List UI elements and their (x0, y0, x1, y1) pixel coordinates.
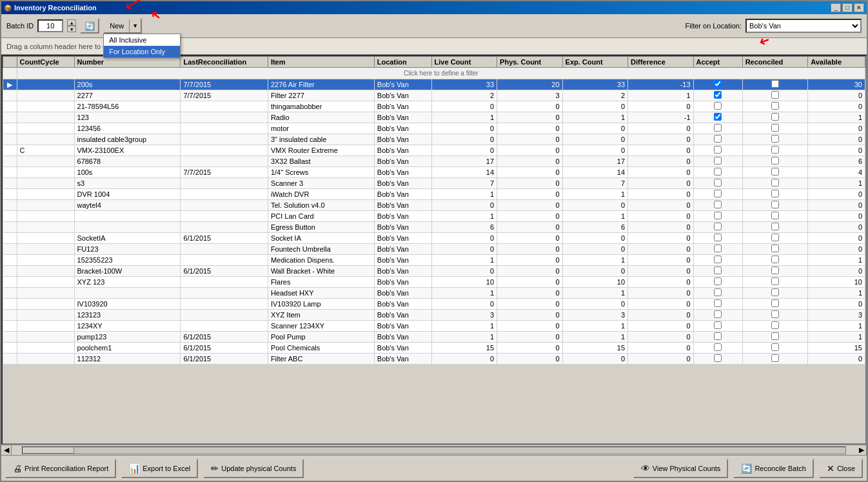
reconciled-checkbox[interactable] (771, 157, 779, 165)
accept-checkbox[interactable] (714, 190, 722, 197)
reconciled-cell[interactable] (742, 79, 807, 90)
reconciled-checkbox[interactable] (771, 277, 779, 285)
accept-cell[interactable] (693, 200, 742, 211)
reconciled-cell[interactable] (742, 255, 807, 266)
scroll-thumb[interactable] (23, 447, 74, 454)
reconciled-checkbox[interactable] (771, 102, 779, 110)
col-header-countcycle[interactable]: CountCycle (17, 57, 74, 68)
scroll-track[interactable] (22, 447, 846, 454)
table-row[interactable]: 1123126/1/2015Filter ABCBob's Van00000 (3, 354, 865, 365)
view-counts-button[interactable]: 👁 View Physical Counts (633, 459, 729, 478)
table-row[interactable]: insulated cable3group3" insulated cableB… (3, 134, 865, 145)
reconciled-cell[interactable] (742, 222, 807, 233)
accept-cell[interactable] (693, 123, 742, 134)
col-header-number[interactable]: Number (74, 57, 181, 68)
table-row[interactable]: 22777/7/2015Filter 2277Bob's Van23210 (3, 90, 865, 101)
accept-checkbox[interactable] (714, 146, 722, 154)
accept-checkbox[interactable] (714, 223, 722, 230)
accept-cell[interactable] (693, 222, 742, 233)
reconciled-checkbox[interactable] (771, 321, 779, 329)
reconciled-cell[interactable] (742, 288, 807, 299)
accept-cell[interactable] (693, 167, 742, 178)
accept-checkbox[interactable] (714, 124, 722, 132)
reconciled-checkbox[interactable] (771, 223, 779, 230)
reconciled-cell[interactable] (742, 211, 807, 222)
table-row[interactable]: pump1236/1/2015Pool PumpBob's Van10101 (3, 332, 865, 343)
table-row[interactable]: 123123XYZ ItemBob's Van30303 (3, 310, 865, 321)
table-row[interactable]: waytel4Tel. Solution v4.0Bob's Van00000 (3, 200, 865, 211)
reconciled-cell[interactable] (742, 244, 807, 255)
maximize-button[interactable]: □ (842, 3, 853, 12)
reconciled-checkbox[interactable] (771, 299, 779, 307)
table-row[interactable]: PCI Lan CardBob's Van10100 (3, 211, 865, 222)
accept-cell[interactable] (693, 266, 742, 277)
accept-checkbox[interactable] (714, 299, 722, 307)
accept-cell[interactable] (693, 244, 742, 255)
reconciled-checkbox[interactable] (771, 124, 779, 132)
reconciled-cell[interactable] (742, 310, 807, 321)
accept-cell[interactable] (693, 310, 742, 321)
table-row[interactable]: FU123Fountech UmbrellaBob's Van00000 (3, 244, 865, 255)
reconciled-checkbox[interactable] (771, 135, 779, 143)
reconciled-checkbox[interactable] (771, 310, 779, 318)
reconciled-cell[interactable] (742, 299, 807, 310)
table-row[interactable]: CVMX-23100EXVMX Router ExtremeBob's Van0… (3, 145, 865, 156)
batch-id-input[interactable] (37, 19, 63, 32)
update-counts-button[interactable]: ✏ Update physical Counts (203, 459, 304, 478)
data-grid[interactable]: CountCycle Number LastReconciliation Ite… (1, 55, 867, 445)
accept-checkbox[interactable] (714, 212, 722, 219)
reconciled-checkbox[interactable] (771, 245, 779, 252)
close-button[interactable]: ✕ Close (819, 459, 863, 478)
accept-checkbox[interactable] (714, 157, 722, 165)
accept-checkbox[interactable] (714, 168, 722, 176)
reconciled-cell[interactable] (742, 321, 807, 332)
table-row[interactable]: 123RadioBob's Van101-11 (3, 112, 865, 123)
table-row[interactable]: s3Scanner 3Bob's Van70701 (3, 178, 865, 189)
dropdown-for-location-only[interactable]: For Location Only (104, 46, 180, 57)
accept-cell[interactable] (693, 178, 742, 189)
reconciled-cell[interactable] (742, 112, 807, 123)
new-dropdown-arrow[interactable]: ▼ (130, 19, 141, 32)
reconciled-cell[interactable] (742, 156, 807, 167)
table-row[interactable]: Egress ButtonBob's Van60600 (3, 222, 865, 233)
accept-checkbox[interactable] (714, 80, 722, 88)
reconciled-checkbox[interactable] (771, 256, 779, 263)
reconciled-checkbox[interactable] (771, 113, 779, 121)
accept-cell[interactable] (693, 332, 742, 343)
accept-cell[interactable] (693, 134, 742, 145)
col-header-reconciled[interactable]: Reconciled (742, 57, 807, 68)
print-reconciliation-button[interactable]: 🖨 Print Reconciliation Report (5, 459, 116, 478)
reconciled-checkbox[interactable] (771, 168, 779, 176)
reconciled-checkbox[interactable] (771, 146, 779, 154)
table-row[interactable]: Bracket-100W6/1/2015Wall Bracket - White… (3, 266, 865, 277)
refresh-button[interactable]: 🔄 (80, 18, 99, 34)
accept-cell[interactable] (693, 156, 742, 167)
reconciled-cell[interactable] (742, 343, 807, 354)
reconciled-checkbox[interactable] (771, 332, 779, 340)
accept-cell[interactable] (693, 321, 742, 332)
spin-up-button[interactable]: ▲ (67, 19, 76, 26)
accept-checkbox[interactable] (714, 288, 722, 296)
new-main-button[interactable]: New (104, 19, 130, 32)
reconciled-cell[interactable] (742, 233, 807, 244)
reconciled-cell[interactable] (742, 145, 807, 156)
spin-down-button[interactable]: ▼ (67, 26, 76, 32)
col-header-physcount[interactable]: Phys. Count (497, 57, 562, 68)
col-header-expcount[interactable]: Exp. Count (562, 57, 627, 68)
table-row[interactable]: 100s7/7/20151/4" ScrewsBob's Van1401404 (3, 167, 865, 178)
scroll-right-button[interactable]: ▶ (856, 445, 867, 456)
reconciled-cell[interactable] (742, 178, 807, 189)
reconciled-checkbox[interactable] (771, 91, 779, 99)
accept-checkbox[interactable] (714, 102, 722, 110)
accept-cell[interactable] (693, 255, 742, 266)
accept-checkbox[interactable] (714, 343, 722, 351)
reconciled-checkbox[interactable] (771, 234, 779, 241)
accept-checkbox[interactable] (714, 332, 722, 340)
accept-checkbox[interactable] (714, 245, 722, 252)
table-row[interactable]: 21-78594L56thingamabobberBob's Van00000 (3, 101, 865, 112)
accept-cell[interactable] (693, 211, 742, 222)
accept-checkbox[interactable] (714, 135, 722, 143)
scroll-left-button[interactable]: ◀ (1, 445, 12, 456)
accept-cell[interactable] (693, 233, 742, 244)
table-row[interactable]: 1234XYScanner 1234XYBob's Van10101 (3, 321, 865, 332)
